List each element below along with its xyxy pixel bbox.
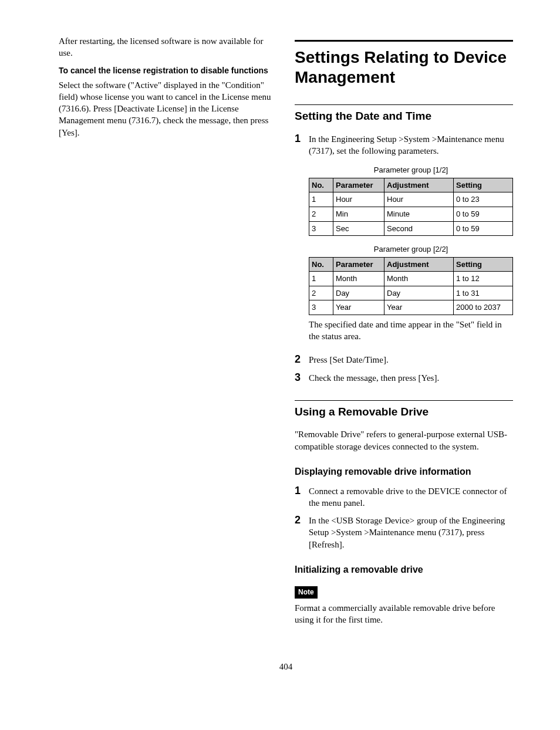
step-number: 2: [295, 354, 309, 366]
table-row: 3 Sec Second 0 to 59: [309, 221, 513, 236]
cancel-heading: To cancel the license registration to di…: [59, 65, 277, 76]
step-text: In the <USB Storage Device> group of the…: [309, 515, 513, 550]
param-group-label-1: Parameter group [1/2]: [309, 165, 513, 175]
step-text: Connect a removable drive to the DEVICE …: [309, 485, 513, 509]
th-setting: Setting: [454, 178, 513, 192]
step-text: Check the message, then press [Yes].: [309, 372, 513, 384]
left-column: After restarting, the licensed software …: [59, 35, 277, 631]
init-heading: Initializing a removable drive: [295, 563, 513, 576]
th-parameter: Parameter: [333, 178, 384, 192]
datetime-step-3: 3 Check the message, then press [Yes].: [295, 372, 513, 384]
display-step-2: 2 In the <USB Storage Device> group of t…: [295, 515, 513, 550]
step-number: 1: [295, 133, 309, 145]
removable-intro: "Removable Drive" refers to general-purp…: [295, 428, 513, 452]
datetime-step-2: 2 Press [Set Date/Time].: [295, 354, 513, 366]
datetime-heading: Setting the Date and Time: [295, 104, 513, 124]
table-row: 2 Day Day 1 to 31: [309, 286, 513, 300]
th-setting: Setting: [454, 257, 513, 272]
step-number: 1: [295, 485, 309, 497]
th-adjustment: Adjustment: [384, 178, 454, 192]
removable-heading: Using a Removable Drive: [295, 400, 513, 420]
after-table-text: The specified date and time appear in th…: [309, 319, 513, 343]
table-row: 3 Year Year 2000 to 2037: [309, 300, 513, 315]
intro-paragraph: After restarting, the licensed software …: [59, 35, 277, 59]
note-badge: Note: [295, 586, 318, 598]
table-row: 2 Min Minute 0 to 59: [309, 207, 513, 221]
datetime-step-1: 1 In the Engineering Setup >System >Main…: [295, 133, 513, 348]
th-no: No.: [309, 257, 333, 272]
th-no: No.: [309, 178, 333, 192]
table-row: 1 Month Month 1 to 12: [309, 272, 513, 286]
note-body: Format a commercially available removabl…: [295, 602, 513, 626]
page-number: 404: [59, 661, 513, 672]
page-title: Settings Relating to Device Management: [295, 40, 513, 87]
param-group-label-2: Parameter group [2/2]: [309, 244, 513, 255]
param-table-2: No. Parameter Adjustment Setting 1 Month…: [309, 257, 513, 315]
cancel-body: Select the software ("Active" displayed …: [59, 79, 277, 138]
display-info-heading: Displaying removable drive information: [295, 465, 513, 478]
param-table-1: No. Parameter Adjustment Setting 1 Hour …: [309, 178, 513, 236]
right-column: Settings Relating to Device Management S…: [295, 35, 513, 631]
step-number: 2: [295, 515, 309, 526]
display-step-1: 1 Connect a removable drive to the DEVIC…: [295, 485, 513, 509]
table-row: 1 Hour Hour 0 to 23: [309, 192, 513, 207]
th-adjustment: Adjustment: [384, 257, 454, 272]
step-text: Press [Set Date/Time].: [309, 354, 513, 366]
th-parameter: Parameter: [333, 257, 384, 272]
step-text: In the Engineering Setup >System >Mainte…: [309, 134, 504, 156]
step-number: 3: [295, 372, 309, 384]
